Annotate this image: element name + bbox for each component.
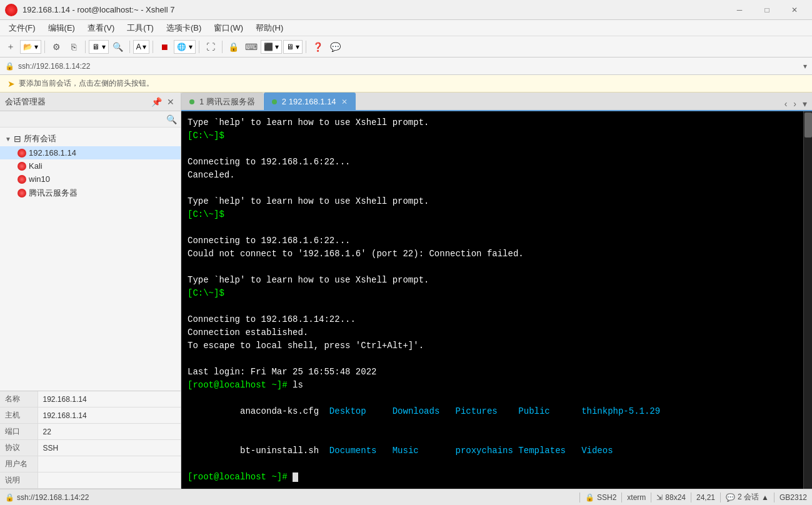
help-button[interactable]: ❓ — [309, 39, 326, 55]
terminal-line — [188, 352, 797, 366]
tab-tencent-server[interactable]: 1 腾讯云服务器 — [181, 92, 263, 110]
toolbar: ＋ 📂 ▾ ⚙ ⎘ 🖥 ▾ 🔍 A ▾ ⏹ 🌐 ▾ ⛶ 🔒 ⌨ ⬛ ▾ 🖥 ▾ … — [0, 36, 812, 58]
status-protocol: 🔒 SSH2 — [585, 493, 616, 502]
tree-root-item[interactable]: ▼ ⊟ 所有会话 — [0, 131, 181, 146]
property-row: 说明 — [0, 472, 181, 489]
property-value: SSH — [38, 440, 181, 456]
search-button[interactable]: 🔍 — [110, 39, 126, 55]
toolbar-dropdown-4[interactable]: ⬛ ▾ — [261, 40, 282, 54]
ls-output-row1: anaconda-ks.cfg Desktop Downloads Pictur… — [188, 392, 797, 431]
keyboard-button[interactable]: ⌨ — [243, 39, 259, 55]
close-button[interactable]: ✕ — [782, 4, 807, 16]
close-panel-icon[interactable]: ✕ — [166, 96, 176, 108]
session-item-kali[interactable]: Kali — [0, 159, 181, 172]
status-size-text: 88x24 — [665, 493, 686, 502]
property-key: 协议 — [0, 440, 38, 456]
tab-menu-icon[interactable]: ▾ — [800, 98, 809, 110]
terminal-line: Type `help' to learn how to use Xshell p… — [188, 116, 797, 129]
properties-button[interactable]: ⚙ — [48, 39, 64, 55]
status-lock-icon: 🔒 — [5, 493, 14, 502]
tree-root-label: 所有会话 — [24, 133, 56, 144]
properties-table: 名称192.168.1.14主机192.168.1.14端口22协议SSH用户名… — [0, 391, 181, 489]
property-key: 用户名 — [0, 456, 38, 472]
fullscreen-button[interactable]: ⛶ — [203, 39, 219, 55]
session-item-win10[interactable]: win10 — [0, 172, 181, 186]
chat-button[interactable]: 💬 — [327, 39, 343, 55]
menu-item[interactable]: 编辑(E) — [42, 21, 81, 35]
toolbar-sep-7 — [306, 41, 306, 53]
toolbar-sep-2 — [85, 41, 86, 53]
session-label: Kali — [29, 161, 43, 171]
status-protocol-text: SSH2 — [597, 493, 616, 502]
status-terminal-text: xterm — [627, 493, 646, 502]
new-session-button[interactable]: ＋ — [3, 39, 19, 55]
terminal-line: Type `help' to learn how to use Xshell p… — [188, 195, 797, 208]
status-address-text: ssh://192.168.1.14:22 — [17, 493, 89, 502]
sessions-arrow[interactable]: ▲ — [761, 493, 769, 502]
toolbar-sep-6 — [222, 41, 223, 53]
title-bar: 192.168.1.14 - root@localhost:~ - Xshell… — [0, 0, 812, 20]
tab-prev-icon[interactable]: ‹ — [782, 98, 790, 110]
address-dropdown-arrow[interactable]: ▾ — [803, 62, 807, 71]
terminal-line: Last login: Fri Mar 25 16:55:48 2022 — [188, 366, 797, 379]
expand-icon: ▼ — [5, 136, 11, 142]
status-sessions: 💬 2 会话 ▲ — [726, 492, 769, 502]
property-value — [38, 472, 181, 489]
property-row: 主机192.168.1.14 — [0, 408, 181, 424]
menu-item[interactable]: 查看(V) — [81, 21, 121, 35]
terminal-line: [root@localhost ~]# ls — [188, 379, 797, 392]
pin-icon[interactable]: 📌 — [150, 96, 163, 108]
search-icon[interactable]: 🔍 — [166, 114, 177, 124]
session-item-tencent[interactable]: 腾讯云服务器 — [0, 186, 181, 201]
address-text: ssh://192.168.1.14:22 — [18, 62, 799, 71]
restore-button[interactable]: □ — [754, 4, 779, 16]
menu-item[interactable]: 文件(F) — [3, 21, 42, 35]
terminal-line: Connecting to 192.168.1.14:22... — [188, 313, 797, 326]
app-icon — [5, 4, 18, 16]
toolbar-dropdown-5[interactable]: 🖥 ▾ — [283, 40, 303, 54]
open-dropdown[interactable]: 📂 ▾ — [20, 40, 41, 54]
tree-root-group: ▼ ⊟ 所有会话 192.168.1.14 Kali win10 — [0, 130, 181, 202]
terminal[interactable]: Type `help' to learn how to use Xshell p… — [181, 111, 803, 489]
window-title: 192.168.1.14 - root@localhost:~ - Xshell… — [23, 5, 727, 14]
menu-item[interactable]: 窗口(W) — [208, 21, 249, 35]
session-search-bar: 🔍 — [0, 111, 181, 128]
stop-button[interactable]: ⏹ — [156, 39, 173, 55]
session-item-192-168-1-14[interactable]: 192.168.1.14 — [0, 146, 181, 159]
terminal-wrapper: Type `help' to learn how to use Xshell p… — [181, 111, 812, 489]
property-key: 说明 — [0, 472, 38, 489]
tab-192-168-1-14[interactable]: 2 192.168.1.14 ✕ — [264, 92, 356, 110]
resize-icon: ⇲ — [656, 493, 663, 502]
session-status-icon — [18, 175, 26, 184]
menu-item[interactable]: 帮助(H) — [249, 21, 289, 35]
status-sessions-text: 2 会话 — [738, 492, 759, 502]
toolbar-dropdown-2[interactable]: 🖥 ▾ — [89, 40, 108, 54]
session-status-icon — [18, 162, 26, 171]
font-dropdown[interactable]: A ▾ — [133, 40, 150, 54]
tab-bar: 1 腾讯云服务器 2 192.168.1.14 ✕ ‹ › ▾ — [181, 92, 812, 111]
session-status-icon — [18, 149, 26, 158]
terminal-cursor — [293, 472, 298, 482]
terminal-line — [188, 221, 797, 234]
scrollbar-thumb[interactable] — [804, 112, 812, 138]
menu-item[interactable]: 工具(T) — [121, 21, 160, 35]
terminal-line: To escape to local shell, press 'Ctrl+Al… — [188, 339, 797, 352]
tab-close-icon[interactable]: ✕ — [341, 98, 348, 106]
terminal-scrollbar[interactable] — [803, 111, 812, 489]
info-text: 要添加当前会话，点击左侧的箭头按钮。 — [19, 78, 154, 89]
status-lock-icon2: 🔒 — [585, 493, 594, 502]
toolbar-dropdown-3[interactable]: 🌐 ▾ — [174, 40, 195, 54]
toolbar-sep-5 — [199, 41, 199, 53]
properties-tbody: 名称192.168.1.14主机192.168.1.14端口22协议SSH用户名… — [0, 391, 181, 489]
lock-button[interactable]: 🔒 — [226, 39, 242, 55]
property-row: 用户名 — [0, 456, 181, 472]
session-label: 腾讯云服务器 — [29, 188, 78, 199]
address-bar: 🔒 ssh://192.168.1.14:22 ▾ — [0, 58, 812, 75]
minimize-button[interactable]: ─ — [727, 4, 752, 16]
toolbar-sep-1 — [44, 41, 45, 53]
tab-next-icon[interactable]: › — [791, 98, 799, 110]
status-encoding: GB2312 — [779, 493, 807, 502]
menu-item[interactable]: 选项卡(B) — [160, 21, 208, 35]
terminal-line: [C:\~]$ — [188, 208, 797, 221]
copy-button[interactable]: ⎘ — [66, 39, 82, 55]
